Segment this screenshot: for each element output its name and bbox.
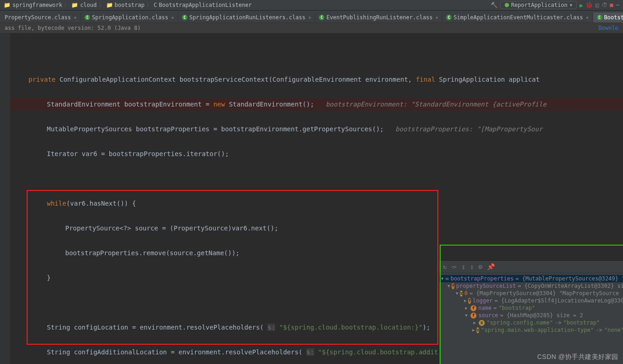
chevron-down-icon: ▾ (569, 2, 572, 8)
run-icon[interactable]: ▶ (579, 2, 583, 9)
close-icon[interactable]: × (308, 15, 312, 21)
editor-info-bar: ass file, bytecode version: 52.0 (Java 8… (0, 23, 623, 34)
more-icon[interactable]: ⋯ (616, 2, 619, 8)
collapse-icon[interactable]: ▼ (447, 284, 450, 288)
class-icon: C (182, 15, 187, 20)
debug-variables-panel[interactable]: ↻ ⤼ ↧ ↥ ⚙ 📌 ▼∞ bootstrapProperties = {Mu… (439, 260, 623, 364)
bytecode-info: ass file, bytecode version: 52.0 (Java 8… (5, 25, 141, 31)
tab-label: BootstrapApplicationListener.class (604, 14, 623, 21)
debug-tree[interactable]: ▼∞ bootstrapProperties = {MutablePropert… (439, 273, 623, 336)
watermark: CSDN @协手共建美好家园 (537, 353, 618, 361)
folder-icon: 📁 (4, 2, 11, 8)
step-out-icon[interactable]: ↥ (470, 263, 474, 270)
tab-propertysource[interactable]: PropertySource.class× (1, 12, 81, 22)
class-icon: C (154, 2, 157, 8)
crumb[interactable]: bootstrap (115, 2, 145, 8)
expand-icon[interactable]: ▶ (472, 320, 477, 325)
code-line (10, 49, 623, 61)
debug-toolbar: ↻ ⤼ ↧ ↥ ⚙ 📌 (439, 261, 623, 273)
field-icon: f (470, 305, 476, 311)
crumb[interactable]: cloud (80, 2, 96, 8)
run-config-select[interactable]: ⬢ ReportApplication ▾ (500, 1, 577, 9)
tab-label: PropertySource.class (5, 14, 71, 21)
tab-eventpublishing[interactable]: CEventPublishingRunListener.class× (315, 12, 442, 22)
entry-icon: ≡ (479, 320, 485, 326)
tab-springapplication[interactable]: CSpringApplication.class× (81, 12, 178, 22)
var-row[interactable]: ▶≡ "spring.main.web-application-type" ->… (439, 326, 623, 334)
var-row[interactable]: ▶≡ "spring.config.name" -> "bootstrap" (439, 319, 623, 326)
expand-icon[interactable]: ▶ (472, 328, 475, 332)
expand-icon[interactable]: ▶ (464, 298, 466, 303)
close-icon[interactable]: × (74, 15, 77, 21)
tab-label: EventPublishingRunListener.class (326, 14, 432, 21)
code-line: Iterator var6 = bootstrapProperties.iter… (10, 148, 623, 160)
code-line: private ConfigurableApplicationContext b… (10, 73, 623, 86)
close-icon[interactable]: × (171, 15, 174, 21)
expand-icon[interactable]: ▶ (464, 306, 469, 310)
var-row[interactable]: ▶f logger = {LogAdapter$Slf4jLocationAwa… (439, 297, 623, 304)
build-icon[interactable]: 🔨 (491, 2, 498, 8)
debug-icon[interactable]: 🐞 (586, 2, 593, 8)
class-icon: C (85, 15, 90, 20)
tab-label: SpringApplication.class (92, 14, 168, 21)
close-icon[interactable]: × (436, 15, 439, 21)
pin-icon[interactable]: 📌 (487, 263, 495, 270)
download-sources-link[interactable]: Downlo (599, 25, 618, 31)
editor[interactable]: private ConfigurableApplicationContext b… (0, 34, 623, 364)
code-line: bootstrapProperties.remove(source.getNam… (10, 247, 623, 259)
code-line: StandardEnvironment bootstrapEnvironment… (10, 98, 623, 111)
var-row[interactable]: ▼f propertySourceList = {CopyOnWriteArra… (439, 282, 623, 290)
var-row[interactable]: ▶f name = "bootstrap" (439, 304, 623, 312)
var-row[interactable]: ▼f source = {HashMap@3285} size = 2 (439, 312, 623, 319)
class-icon: C (319, 15, 324, 20)
folder-icon: 📁 (71, 2, 78, 8)
class-icon: C (597, 15, 602, 20)
coverage-icon[interactable]: ◱ (595, 2, 599, 8)
code-line: MutablePropertySources bootstrapProperti… (10, 123, 623, 135)
array-icon: ≡ (460, 291, 462, 297)
field-icon: f (470, 313, 476, 319)
code-line: PropertySource<?> source = (PropertySour… (10, 222, 623, 235)
tab-label: SimpleApplicationEventMulticaster.class (453, 14, 583, 21)
run-controls: 🔨 ⬢ ReportApplication ▾ ▶ 🐞 ◱ ⏱ ■ ⋯ (491, 1, 619, 9)
field-icon: f (452, 283, 454, 289)
tab-bootstraplistener[interactable]: CBootstrapApplicationListener.class× (593, 12, 623, 22)
code-line (10, 173, 623, 185)
tab-multicaster[interactable]: CSimpleApplicationEventMulticaster.class… (442, 12, 593, 22)
class-icon: C (446, 15, 452, 20)
tab-label: SpringApplicationRunListeners.class (189, 14, 306, 21)
breadcrumb[interactable]: 📁 springframework〉 📁 cloud〉 📁 bootstrap〉… (4, 1, 252, 9)
gutter[interactable] (0, 34, 10, 364)
collapse-icon[interactable]: ▼ (464, 313, 469, 318)
run-config-icon: ⬢ (504, 2, 509, 8)
restart-icon[interactable]: ↻ (443, 263, 447, 270)
entry-icon: ≡ (476, 327, 479, 333)
collapse-icon[interactable]: ▼ (456, 291, 458, 296)
folder-icon: 📁 (106, 2, 113, 8)
stop-icon[interactable]: ■ (610, 2, 613, 8)
close-icon[interactable]: × (586, 15, 589, 21)
profile-icon[interactable]: ⏱ (602, 2, 607, 8)
tab-runlisteners[interactable]: CSpringApplicationRunListeners.class× (178, 12, 316, 22)
editor-tabs: PropertySource.class× CSpringApplication… (0, 11, 623, 23)
var-root[interactable]: ▼∞ bootstrapProperties = {MutablePropert… (439, 275, 623, 282)
settings-icon[interactable]: ⚙ (478, 263, 482, 270)
top-toolbar: 📁 springframework〉 📁 cloud〉 📁 bootstrap〉… (0, 0, 623, 11)
var-row[interactable]: ▼≡ 0 = {MapPropertySource@3304} "MapProp… (439, 290, 623, 297)
crumb[interactable]: springframework (12, 2, 62, 8)
field-icon: f (468, 298, 470, 304)
code-line: while(var6.hasNext()) { (10, 197, 623, 210)
step-into-icon[interactable]: ↧ (461, 263, 465, 270)
collapse-icon[interactable]: ▼ (441, 276, 443, 281)
run-config-label: ReportApplication (511, 2, 567, 8)
crumb[interactable]: BootstrapApplicationListener (159, 2, 252, 8)
step-over-icon[interactable]: ⤼ (451, 263, 457, 270)
